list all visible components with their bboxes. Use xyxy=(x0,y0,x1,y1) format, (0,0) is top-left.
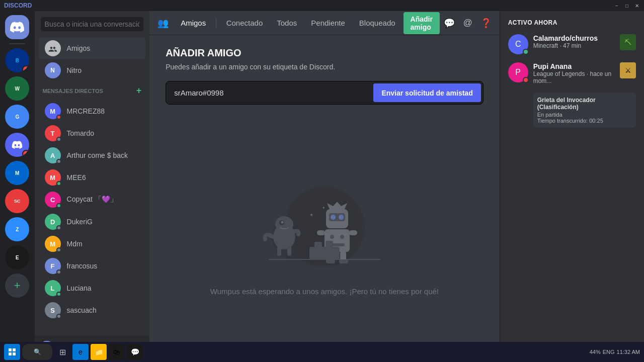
nitro-label: Nitro xyxy=(67,66,142,74)
server-icon-discord-home[interactable] xyxy=(5,15,29,39)
dm-item-copycat[interactable]: C Copycat 「💜」 xyxy=(39,189,146,211)
svg-rect-32 xyxy=(13,352,16,355)
dm-name-arthur: Arthur come $ back xyxy=(67,151,142,159)
avatar-sascuach: S xyxy=(45,302,61,318)
titlebar-title: DISCORD xyxy=(4,2,32,9)
game-icon-minecraft: ⛏ xyxy=(620,34,636,50)
status-online-luciana xyxy=(56,292,61,297)
discord-taskbar-icon[interactable]: 💬 xyxy=(127,344,143,360)
tab-añadir-amigo[interactable]: Añadir amigo xyxy=(404,12,440,34)
server-icon-discord2[interactable]: 1 xyxy=(5,133,29,157)
svg-point-4 xyxy=(275,216,293,232)
minimize-button[interactable]: − xyxy=(614,3,620,9)
dm-item-dukeri[interactable]: D DukeriG xyxy=(39,211,146,233)
dm-name-mee6: MEE6 xyxy=(67,173,142,182)
svg-rect-8 xyxy=(287,246,291,256)
store-icon[interactable]: 🛍 xyxy=(109,344,125,360)
dm-item-francosus[interactable]: F francosus xyxy=(39,255,146,277)
avatar-tomardo: T xyxy=(45,125,61,141)
panel-title: ACTIVO AHORA xyxy=(508,19,636,26)
taskbar-left: 🔍 ⊞ e 📁 🛍 💬 xyxy=(4,344,143,360)
sidebar-item-friends[interactable]: Amigos xyxy=(39,37,146,59)
svg-rect-26 xyxy=(309,247,340,259)
status-offline-sascuach xyxy=(56,314,61,319)
dm-list: M MRCREZ88 T Tomardo A Arthur come $ xyxy=(35,100,150,335)
at-icon[interactable]: @ xyxy=(463,18,472,29)
avatar-luciana: L xyxy=(45,280,61,296)
dm-item-mdm[interactable]: M Mdm xyxy=(39,233,146,255)
active-info-calamardo: Calamardo/churros Minecraft · 47 min xyxy=(533,34,615,49)
server-divider xyxy=(9,43,25,44)
svg-rect-20 xyxy=(317,230,325,235)
status-offline xyxy=(56,137,61,142)
maximize-button[interactable]: □ xyxy=(624,3,630,9)
active-item-pupi[interactable]: P Pupi Anana League of Legends · hace un… xyxy=(508,62,636,84)
dm-item-arthur[interactable]: A Arthur come $ back xyxy=(39,144,146,166)
server-icon-shotcut[interactable]: SC xyxy=(5,189,29,213)
status-dnd xyxy=(56,115,61,120)
tab-pendiente[interactable]: Pendiente xyxy=(305,16,351,30)
svg-rect-7 xyxy=(277,246,281,256)
friend-input[interactable] xyxy=(168,83,373,102)
active-item-calamardo[interactable]: C Calamardo/churros Minecraft · 47 min ⛏ xyxy=(508,34,636,54)
svg-rect-24 xyxy=(326,259,335,263)
dm-item-tomardo[interactable]: T Tomardo xyxy=(39,122,146,144)
send-friend-request-button[interactable]: Enviar solicitud de amistad xyxy=(373,83,480,102)
tab-todos[interactable]: Todos xyxy=(271,16,303,30)
svg-point-18 xyxy=(340,235,344,239)
start-button[interactable] xyxy=(4,344,20,360)
server-icon-zoom[interactable]: Z xyxy=(5,217,29,241)
friends-header-icon: 👥 xyxy=(157,18,169,29)
server-icon-battlenet[interactable]: B 1 xyxy=(5,48,29,72)
active-info-pupi: Pupi Anana League of Legends · hace un m… xyxy=(533,62,615,84)
dm-item-mrcrez88[interactable]: M MRCREZ88 xyxy=(39,100,146,122)
taskview-button[interactable]: ⊞ xyxy=(54,344,70,360)
server-icon-movavi[interactable]: M xyxy=(5,161,29,185)
status-offline-dukeri xyxy=(56,225,61,230)
status-online-copycat xyxy=(56,203,61,208)
status-offline-francosus xyxy=(56,269,61,275)
tab-divider xyxy=(216,18,216,28)
tab-navigation: Amigos Conectado Todos Pendiente Bloquea… xyxy=(175,12,440,34)
dm-name-francosus: francosus xyxy=(67,262,142,270)
svg-rect-31 xyxy=(9,352,12,355)
chat-icon[interactable]: 💬 xyxy=(444,18,455,29)
battery-level: 44% xyxy=(590,349,601,355)
active-subitem-grieta[interactable]: Grieta del Invocador (Clasificación) En … xyxy=(533,93,636,128)
close-button[interactable]: ✕ xyxy=(634,3,640,9)
nitro-icon: N xyxy=(45,62,61,78)
server-sidebar: B 1 W G 1 M SC Z E + xyxy=(0,11,35,362)
search-taskbar[interactable]: 🔍 xyxy=(22,344,52,360)
svg-point-17 xyxy=(330,235,334,239)
sidebar-item-nitro[interactable]: N Nitro xyxy=(39,59,146,81)
edge-icon[interactable]: e xyxy=(72,344,89,360)
dm-name-tomardo: Tomardo xyxy=(67,129,142,137)
dm-name-mdm: Mdm xyxy=(67,240,142,248)
server-icon-epic[interactable]: E xyxy=(5,245,29,269)
tab-bloqueado[interactable]: Bloqueado xyxy=(353,16,401,30)
avatar-dukeri: D xyxy=(45,214,61,230)
help-icon[interactable]: ❓ xyxy=(480,18,492,29)
channel-sidebar: Amigos N Nitro MENSAJES DIRECTOS + M xyxy=(35,11,150,362)
add-server-button[interactable]: + xyxy=(5,274,29,298)
search-input[interactable] xyxy=(41,17,144,31)
dm-item-mee6[interactable]: M MEE6 xyxy=(39,166,146,189)
dm-name-copycat: Copycat 「💜」 xyxy=(67,195,142,204)
dm-name-luciana: Luciana xyxy=(67,284,142,292)
avatar-pupi: P xyxy=(508,62,528,82)
dm-name-dukeri: DukeriG xyxy=(67,218,142,226)
dm-section-label: MENSAJES DIRECTOS + xyxy=(35,81,150,100)
clock: 11:32 AM xyxy=(617,349,640,355)
server-icon-chrome[interactable]: G xyxy=(5,105,29,129)
server-icon-world[interactable]: W xyxy=(5,76,29,101)
right-panel: ACTIVO AHORA C Calamardo/churros Minecra… xyxy=(500,11,644,362)
search-box xyxy=(35,11,150,37)
add-dm-button[interactable]: + xyxy=(136,85,142,96)
dm-item-sascuach[interactable]: S sascuach xyxy=(39,299,146,321)
dm-item-luciana[interactable]: L Luciana xyxy=(39,277,146,299)
grieta-name: Grieta del Invocador (Clasificación) xyxy=(537,97,632,111)
titlebar: DISCORD − □ ✕ xyxy=(0,0,644,11)
explorer-icon[interactable]: 📁 xyxy=(91,344,107,360)
tab-conectado[interactable]: Conectado xyxy=(220,16,269,30)
tab-amigos[interactable]: Amigos xyxy=(175,16,212,30)
